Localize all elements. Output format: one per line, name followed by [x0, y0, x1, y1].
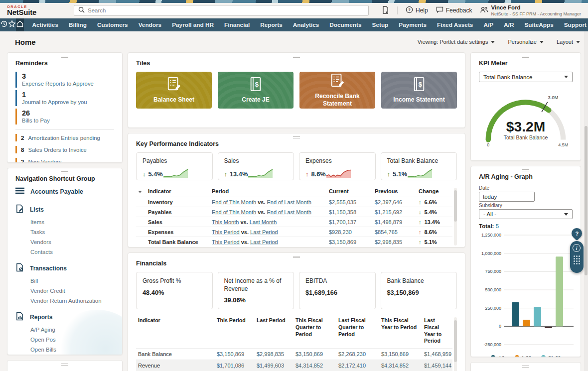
- nav-item-analytics[interactable]: Analytics: [288, 18, 324, 31]
- financials-row[interactable]: Bank Balance$3,150,869$2,998,835$3,150,8…: [136, 349, 452, 360]
- drag-handle-icon[interactable]: [293, 255, 300, 259]
- period-link[interactable]: End of This Month: [212, 199, 256, 205]
- column-header-this-fiscal-year-to-period[interactable]: This Fiscal Year to Period: [379, 316, 422, 349]
- feedback-button[interactable]: Feedback: [436, 6, 472, 15]
- date-input[interactable]: [479, 192, 535, 202]
- period-link[interactable]: This Month: [212, 219, 239, 225]
- financial-card-bank-balance[interactable]: Bank Balance$3,150,869: [381, 272, 457, 309]
- column-header-previous[interactable]: Previous: [373, 187, 417, 197]
- nav-item-support[interactable]: Support: [559, 18, 588, 31]
- netsuite-logo[interactable]: ORACLE NetSuite: [7, 5, 74, 16]
- legend-item-0[interactable]: ≤ 0: [491, 355, 505, 357]
- financial-card-gross-profit[interactable]: Gross Profit %48.40%: [136, 272, 213, 309]
- nav-item-a-p[interactable]: A/P: [478, 18, 499, 31]
- period-link[interactable]: End of This Month: [212, 209, 256, 215]
- quick-add-button[interactable]: [382, 6, 389, 15]
- column-header-last-period[interactable]: Last Period: [255, 316, 294, 349]
- tile-balance-sheet[interactable]: Balance Sheet: [136, 72, 212, 109]
- reminder-amortization-entries-pending[interactable]: 2Amortization Entries pending: [15, 134, 114, 141]
- kpi-table-row[interactable]: ExpensesThis Period vs. Last Period$928,…: [136, 227, 452, 237]
- personalize-dropdown[interactable]: Personalize: [508, 39, 543, 45]
- financial-card-net-income-as-a-of-revenue[interactable]: Net Income as a % of Revenue39.06%: [218, 272, 294, 309]
- shortcut-vendor-credit[interactable]: Vendor Credit: [30, 286, 114, 296]
- drag-handle-icon[interactable]: [293, 55, 300, 59]
- legend-item-1-30[interactable]: 1-30: [515, 355, 532, 357]
- reminder-new-vendors[interactable]: 2New Vendors: [15, 158, 114, 163]
- nav-item-a-r[interactable]: A/R: [499, 18, 519, 31]
- drag-handle-icon[interactable]: [522, 55, 529, 59]
- nav-item-payments[interactable]: Payments: [394, 18, 432, 31]
- shortcut-group-header-lists[interactable]: Lists: [15, 204, 114, 215]
- column-header-indicator[interactable]: Indicator: [136, 316, 215, 349]
- shortcut-accounts-payable[interactable]: Accounts Payable: [15, 187, 114, 196]
- period-link[interactable]: This Period: [212, 239, 240, 245]
- nav-item-vendors[interactable]: Vendors: [133, 18, 167, 31]
- shortcut-vendors[interactable]: Vendors: [30, 237, 114, 247]
- tile-income-statement[interactable]: $Income Statement: [381, 72, 457, 109]
- portlet-date-settings-dropdown[interactable]: Viewing: Portlet date settings: [418, 39, 495, 45]
- column-header-current[interactable]: Current: [327, 187, 373, 197]
- nav-item-payroll-and-hr[interactable]: Payroll and HR: [167, 18, 219, 31]
- filter-caret-icon[interactable]: [139, 191, 142, 193]
- recent-records-button[interactable]: [0, 18, 8, 31]
- period-link[interactable]: This Period: [212, 229, 240, 235]
- shortcuts-button[interactable]: [8, 18, 16, 31]
- global-search[interactable]: [74, 5, 369, 16]
- drag-handle-icon[interactable]: [522, 365, 529, 369]
- drag-handle-icon[interactable]: [522, 168, 529, 172]
- period-link[interactable]: End of Last Month: [267, 209, 311, 215]
- period-link[interactable]: Last Month: [250, 219, 277, 225]
- shortcut-bill[interactable]: Bill: [30, 276, 114, 286]
- shortcut-contacts[interactable]: Contacts: [30, 247, 114, 257]
- reminder-bills-to-pay[interactable]: 26Bills to Pay: [15, 109, 114, 124]
- table-scrollbar[interactable]: [454, 188, 457, 246]
- column-header-this-fiscal-quarter-to-period[interactable]: This Fiscal Quarter to Period: [294, 316, 336, 349]
- tile-reconcile-bank-statement[interactable]: Reconcile Bank Statement: [299, 72, 375, 109]
- nav-item-setup[interactable]: Setup: [367, 18, 394, 31]
- nav-item-fixed-assets[interactable]: Fixed Assets: [432, 18, 478, 31]
- layout-dropdown[interactable]: Layout: [557, 39, 580, 45]
- nav-item-billing[interactable]: Billing: [63, 18, 92, 31]
- reminder-expense-reports-to-approve[interactable]: 3Expense Reports to Approve: [15, 72, 114, 88]
- nav-item-documents[interactable]: Documents: [324, 18, 367, 31]
- kpi-table-row[interactable]: PayablesEnd of This Month vs. End of Las…: [136, 207, 452, 217]
- column-header-last-fiscal-year-to-period[interactable]: Last Fiscal Year to Period: [422, 316, 452, 349]
- subsidiary-select[interactable]: - All -: [479, 209, 573, 219]
- nav-item-activities[interactable]: Activities: [27, 18, 63, 31]
- financials-row[interactable]: Revenue$1,701,086$1,499,603$4,314,852$2,…: [136, 360, 452, 371]
- shortcut-a-p-register[interactable]: A/P Register: [30, 355, 114, 355]
- drag-handle-icon[interactable]: [61, 55, 68, 59]
- drag-handle-icon[interactable]: [61, 170, 68, 174]
- info-icon[interactable]: i: [573, 244, 581, 252]
- period-link[interactable]: Last Period: [250, 239, 278, 245]
- shortcut-vendor-return-authorization[interactable]: Vendor Return Authorization: [30, 296, 114, 306]
- column-header-this-period[interactable]: This Period: [215, 316, 255, 349]
- nav-item-suiteapps[interactable]: SuiteApps: [519, 18, 559, 31]
- kpi-card-payables[interactable]: Payables↓5.4%: [136, 152, 213, 180]
- drag-handle-icon[interactable]: [293, 135, 300, 139]
- period-link[interactable]: End of Last Month: [267, 199, 311, 205]
- column-header-period[interactable]: Period: [210, 187, 327, 197]
- shortcut-items[interactable]: Items: [30, 217, 114, 227]
- help-button[interactable]: ? Help: [406, 6, 428, 15]
- page-scrollbar[interactable]: [584, 31, 588, 371]
- tile-create-je[interactable]: $Create JE: [218, 72, 294, 109]
- kpi-table-row[interactable]: InventoryEnd of This Month vs. End of La…: [136, 197, 452, 207]
- drag-handle-icon[interactable]: [61, 363, 68, 367]
- search-input[interactable]: [88, 7, 364, 13]
- period-link[interactable]: Last Period: [250, 229, 278, 235]
- shortcut-tasks[interactable]: Tasks: [30, 227, 114, 237]
- nav-item-financial[interactable]: Financial: [219, 18, 255, 31]
- shortcut-group-header-transactions[interactable]: Transactions: [15, 263, 114, 274]
- user-menu[interactable]: Vince Ford NetSuite - SS FF PRM - Accoun…: [480, 4, 581, 17]
- table-scrollbar[interactable]: [454, 317, 457, 371]
- reminder-journal-to-approve-by-you[interactable]: 1Journal to Approve by you: [15, 90, 114, 106]
- kpi-meter-select[interactable]: Total Bank Balance: [479, 72, 573, 82]
- home-tab[interactable]: [16, 18, 24, 31]
- column-header-indicator[interactable]: Indicator: [146, 187, 210, 197]
- legend-item-31-60[interactable]: 31-60: [541, 355, 561, 357]
- apps-grid-icon[interactable]: [574, 255, 580, 264]
- kpi-card-expenses[interactable]: Expenses↑8.6%: [299, 152, 376, 180]
- reminder-sales-orders-to-invoice[interactable]: 8Sales Orders to Invoice: [15, 146, 114, 153]
- nav-item-reports[interactable]: Reports: [255, 18, 288, 31]
